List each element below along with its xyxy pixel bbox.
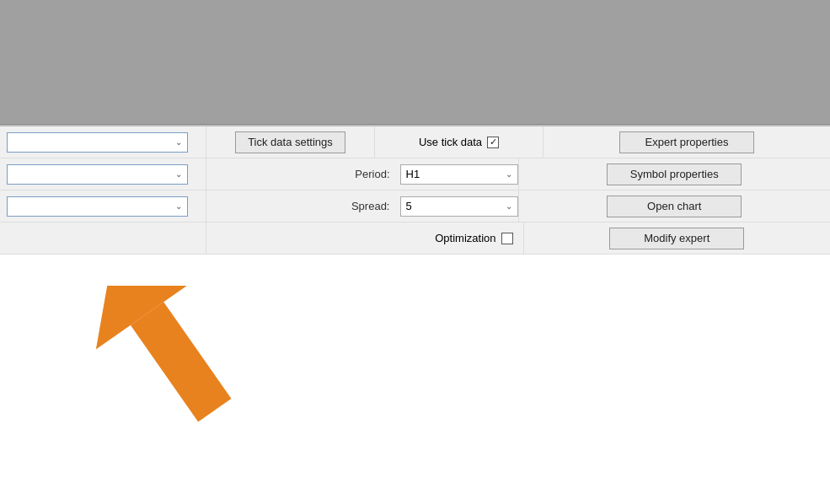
svg-rect-0 xyxy=(131,302,232,421)
row2-right: Symbol properties xyxy=(519,158,831,190)
use-tick-checkbox[interactable]: ✓ xyxy=(487,137,499,148)
row-4: Optimization Modify expert xyxy=(0,223,830,255)
dropdown-1-arrow: ⌄ xyxy=(175,137,182,147)
use-tick-data-cell: Use tick data ✓ xyxy=(375,126,544,158)
left-dropdown-3[interactable]: ⌄ xyxy=(7,196,188,217)
period-dropdown[interactable]: H1 ⌄ xyxy=(400,164,518,185)
optimization-label: Optimization xyxy=(435,232,495,244)
row1-right: Expert properties xyxy=(544,126,830,158)
orange-arrow xyxy=(51,286,320,465)
spread-value: 5 xyxy=(406,200,412,212)
arrow-annotation-area xyxy=(0,255,830,474)
spread-dropdown[interactable]: 5 ⌄ xyxy=(400,196,518,217)
expert-properties-button[interactable]: Expert properties xyxy=(619,131,754,153)
row2-left: ⌄ xyxy=(0,158,206,190)
spread-cell: Spread: 5 ⌄ xyxy=(206,190,519,222)
dropdown-3-arrow: ⌄ xyxy=(175,201,182,211)
row1-left: ⌄ xyxy=(0,126,206,158)
open-chart-button[interactable]: Open chart xyxy=(607,196,742,217)
optimization-checkbox[interactable] xyxy=(501,233,513,244)
row-2: ⌄ Period: H1 ⌄ Symbol properties xyxy=(0,158,830,190)
dropdown-2-arrow: ⌄ xyxy=(175,169,182,179)
use-tick-label: Use tick data xyxy=(419,136,482,148)
top-gray-area xyxy=(0,0,830,125)
period-label: Period: xyxy=(355,168,396,180)
svg-marker-1 xyxy=(52,286,220,350)
period-cell: Period: H1 ⌄ xyxy=(206,158,519,190)
controls-section: ⌄ Tick data settings Use tick data ✓ Exp… xyxy=(0,125,830,255)
period-dropdown-arrow: ⌄ xyxy=(506,169,512,179)
left-dropdown-2[interactable]: ⌄ xyxy=(7,164,188,185)
row4-left xyxy=(0,223,206,254)
tick-data-settings-cell: Tick data settings xyxy=(206,126,375,158)
tick-data-settings-button[interactable]: Tick data settings xyxy=(235,131,345,153)
row4-right: Modify expert xyxy=(524,223,831,254)
spread-dropdown-arrow: ⌄ xyxy=(506,201,512,211)
row-1: ⌄ Tick data settings Use tick data ✓ Exp… xyxy=(0,126,830,158)
spread-label: Spread: xyxy=(351,200,397,212)
symbol-properties-button[interactable]: Symbol properties xyxy=(607,164,742,185)
modify-expert-button[interactable]: Modify expert xyxy=(609,228,744,249)
row3-right: Open chart xyxy=(519,190,831,222)
left-dropdown-1[interactable]: ⌄ xyxy=(7,132,188,153)
row3-left: ⌄ xyxy=(0,190,206,222)
period-value: H1 xyxy=(406,168,420,180)
optimization-cell: Optimization xyxy=(206,223,524,254)
row-3: ⌄ Spread: 5 ⌄ Open chart xyxy=(0,190,830,223)
